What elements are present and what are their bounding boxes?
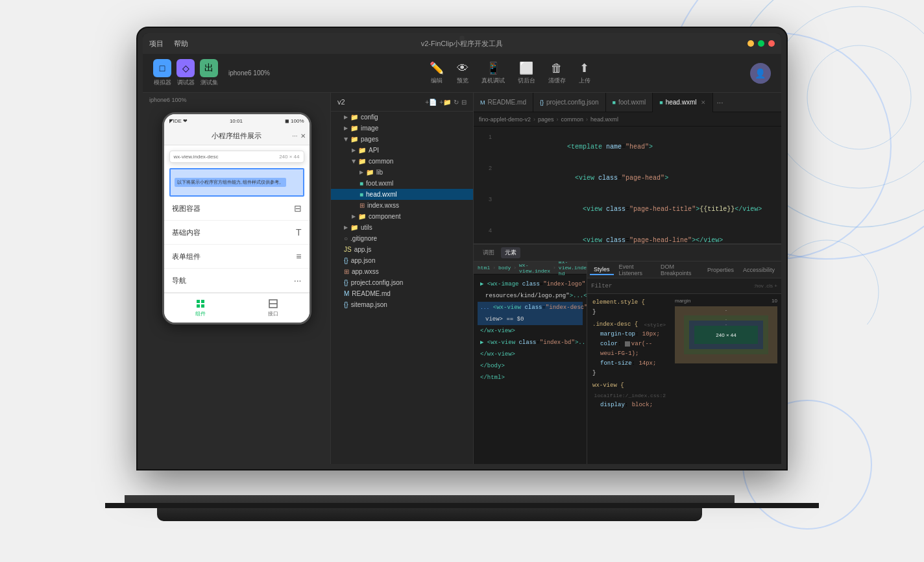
phone-title-close[interactable]: ✕: [300, 132, 306, 140]
file-panel: v2 +📄 +📁 ↻ ⊟ ▶ 📁 config: [331, 93, 474, 464]
tab-more-button[interactable]: ···: [713, 98, 727, 107]
tab-project-config[interactable]: {} project.config.json: [533, 93, 606, 112]
code-content[interactable]: 1 <template name="head"> 2 <view class="…: [474, 127, 781, 243]
file-tree-index-wxss[interactable]: ⊞ index.wxss: [331, 200, 473, 211]
devtools-elements-tab[interactable]: 调图: [479, 247, 498, 258]
close-button[interactable]: [768, 40, 775, 47]
phone-menu-view-icon: ⊟: [294, 203, 302, 214]
menu-item-project[interactable]: 项目: [149, 39, 164, 49]
html-tree-image-line2[interactable]: resources/kind/logo.png">...</wx-image>: [478, 290, 583, 302]
phone-menu-item-form[interactable]: 表单组件 ≡: [164, 245, 310, 269]
file-tree-app-wxss[interactable]: ⊞ app.wxss: [331, 266, 473, 277]
config-label: config: [361, 114, 378, 121]
styles-tab-properties[interactable]: Properties: [703, 265, 738, 275]
testset-button[interactable]: 出 测试集: [200, 59, 218, 87]
path-html[interactable]: html: [478, 265, 490, 271]
html-tree-image-line[interactable]: ▶ <wx-image class="index-logo" src="../r…: [478, 278, 583, 290]
index-desc-source[interactable]: <style>: [644, 320, 666, 330]
utils-folder-icon: 📁: [350, 224, 358, 231]
styles-tab-listeners[interactable]: Event Listeners: [615, 262, 656, 278]
file-tree-gitignore[interactable]: ○ .gitignore: [331, 233, 473, 244]
phone-menu-item-view[interactable]: 视图容器 ⊟: [164, 197, 310, 221]
html-tree-wx-view-close[interactable]: </wx-view>: [478, 325, 583, 337]
style-rule-element: element.style { }: [587, 297, 671, 319]
file-new-folder-btn[interactable]: +📁: [439, 99, 451, 106]
html-tree-wx-view-close2[interactable]: </wx-view>: [478, 348, 583, 360]
phone-app-title: 小程序组件展示: [212, 131, 261, 141]
path-body[interactable]: body: [498, 265, 511, 271]
html-tree-body-close[interactable]: </body>: [478, 360, 583, 372]
file-tree-head-wxml[interactable]: ■ head.wxml: [331, 189, 473, 200]
simulator-button[interactable]: □ 模拟器: [153, 59, 171, 87]
phone-nav-components[interactable]: 组件: [164, 293, 237, 323]
path-sep-1: ›: [492, 265, 496, 271]
tab-head-wxml[interactable]: ■ head.wxml ✕: [653, 93, 712, 112]
file-tree-config[interactable]: ▶ 📁 config: [331, 112, 473, 123]
phone-menu-item-content[interactable]: 基础内容 T: [164, 221, 310, 245]
phone-panel: iphone6 100% ◤IDE ❤ 10:01 ◼ 100% 小程序组: [143, 93, 331, 464]
upload-action[interactable]: ⬆ 上传: [579, 61, 590, 85]
maximize-button[interactable]: [758, 40, 764, 47]
phone-nav-interface-label: 接口: [268, 310, 278, 317]
api-folder-icon: 📁: [358, 147, 366, 154]
minimize-button[interactable]: [748, 40, 754, 47]
phone-menu-item-nav[interactable]: 导航 ···: [164, 269, 310, 293]
phone-nav-interface[interactable]: 接口: [237, 293, 310, 323]
status-time: 10:01: [230, 118, 243, 124]
wx-view-source[interactable]: localfile:/_index.css:2: [594, 391, 666, 400]
phone-title-more[interactable]: ···: [292, 132, 297, 140]
file-tree-readme[interactable]: M README.md: [331, 288, 473, 299]
menu-item-help[interactable]: 帮助: [174, 39, 188, 49]
box-model-container: margin 10 - -: [671, 294, 781, 464]
wx-view-selector: wx-view {: [592, 382, 624, 389]
tab-foot-wxml[interactable]: ■ foot.wxml: [606, 93, 653, 112]
file-tree-lib[interactable]: ▶ 📁 lib: [331, 167, 473, 178]
file-tree-utils[interactable]: ▶ 📁 utils: [331, 222, 473, 233]
file-tree-app-js[interactable]: JS app.js: [331, 244, 473, 255]
phone-body: ◤IDE ❤ 10:01 ◼ 100% 小程序组件展示 ··· ✕: [162, 112, 311, 324]
file-tree-common[interactable]: ▶ 📁 common: [331, 156, 473, 167]
html-tree-desc-line2[interactable]: view> == $0: [478, 313, 583, 325]
styles-filter-hint: :hov .cls +: [754, 283, 777, 289]
file-tree-project-config[interactable]: {} project.config.json: [331, 277, 473, 288]
sitemap-label: sitemap.json: [351, 301, 387, 308]
html-tree-index-bd[interactable]: ▶ <wx-view class="index-bd">...</wx-view…: [478, 337, 583, 348]
styles-tab-accessibility[interactable]: Accessibility: [739, 265, 779, 275]
debugger-button[interactable]: ◇ 调试器: [176, 59, 195, 87]
file-tree-pages[interactable]: ▶ 📁 pages: [331, 134, 473, 145]
html-tree-desc-line[interactable]: ... <wx-view class="index-desc">以下将展示小程序…: [478, 302, 583, 313]
styles-tab-styles[interactable]: Styles: [590, 265, 614, 275]
file-refresh-btn[interactable]: ↻: [454, 99, 459, 106]
window-controls: [748, 40, 775, 47]
phone-mockup: ◤IDE ❤ 10:01 ◼ 100% 小程序组件展示 ··· ✕: [143, 107, 330, 464]
devtools-styles-tab[interactable]: 元素: [501, 247, 520, 258]
preview-action[interactable]: 👁 预览: [457, 62, 468, 85]
headwxml-tab-close[interactable]: ✕: [701, 99, 706, 106]
path-wx-view-index[interactable]: wx-view.index: [519, 262, 550, 274]
margin-top-label: -: [725, 308, 727, 312]
file-tree-sitemap[interactable]: {} sitemap.json: [331, 299, 473, 310]
background-action[interactable]: ⬜ 切后台: [518, 61, 535, 85]
styles-filter-input[interactable]: [591, 283, 751, 289]
html-tree-html-close[interactable]: </html>: [478, 372, 583, 384]
device-debug-action[interactable]: 📱 真机调试: [481, 61, 505, 85]
clear-cache-action[interactable]: 🗑 清缓存: [548, 62, 566, 85]
file-new-file-btn[interactable]: +📄: [425, 99, 437, 106]
code-line-2: 2 <view class="page-head">: [474, 163, 781, 194]
line-content-3: <view class="page-head-title">{{title}}<…: [497, 194, 762, 225]
code-line-3: 3 <view class="page-head-title">{{title}…: [474, 194, 781, 225]
file-tree-foot-wxml[interactable]: ■ foot.wxml: [331, 178, 473, 189]
file-tree-api[interactable]: ▶ 📁 API: [331, 145, 473, 156]
user-avatar[interactable]: 👤: [750, 63, 771, 84]
file-tree-image[interactable]: ▶ 📁 image: [331, 123, 473, 134]
edit-action[interactable]: ✏️ 编辑: [430, 61, 444, 85]
file-collapse-btn[interactable]: ⊟: [461, 99, 467, 106]
file-tree-app-json[interactable]: {} app.json: [331, 255, 473, 266]
pages-folder-icon: 📁: [350, 136, 358, 143]
file-tree-component[interactable]: ▶ 📁 component: [331, 211, 473, 222]
tab-readme[interactable]: M README.md: [474, 93, 533, 112]
path-wx-view-hd[interactable]: wx-view.index-hd: [559, 262, 587, 276]
toolbar-center: ✏️ 编辑 👁 预览 📱 真机调试 ⬜ 切后台: [430, 61, 590, 85]
index-desc-fontsize: font-size: 14px;: [592, 359, 666, 369]
styles-tab-breakpoints[interactable]: DOM Breakpoints: [657, 262, 702, 278]
